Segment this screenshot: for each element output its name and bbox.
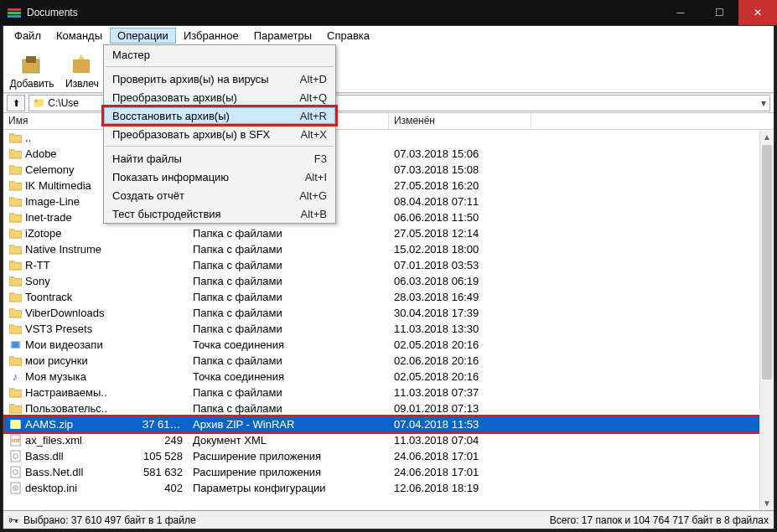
file-row[interactable]: Настраиваемы..Папка с файлами11.03.2018 …: [3, 385, 774, 400]
menu-item-label: Тест быстродействия: [112, 208, 301, 220]
col-modified[interactable]: Изменён: [389, 113, 531, 129]
file-row[interactable]: ToontrackПапка с файлами28.03.2018 16:49: [3, 289, 774, 305]
file-row[interactable]: iZotopeПапка с файлами27.05.2018 12:14: [3, 225, 774, 241]
file-type: Точка соединения: [188, 338, 389, 351]
file-row[interactable]: SonyПапка с файлами06.03.2018 06:19: [3, 273, 774, 289]
menu-item-label: Преобразовать архив(ы): [112, 91, 299, 104]
scroll-up-icon[interactable]: ▲: [760, 130, 774, 144]
file-row[interactable]: ViberDownloadsПапка с файлами30.04.2018 …: [3, 305, 774, 321]
file-name: IK Multimedia: [25, 179, 91, 192]
svg-rect-5: [73, 59, 90, 73]
status-left: Выбрано: 37 610 497 байт в 1 файле: [23, 514, 196, 526]
menu-избранное[interactable]: Избранное: [176, 28, 246, 44]
file-modified: 12.06.2018 18:19: [389, 482, 531, 494]
up-button[interactable]: ⬆: [7, 95, 25, 111]
file-row[interactable]: R-TTПапка с файлами07.01.2018 03:53: [3, 257, 774, 273]
file-row[interactable]: desktop.ini402Параметры конфигурации12.0…: [3, 480, 774, 496]
svg-rect-20: [10, 451, 19, 462]
file-type: Расширение приложения: [188, 450, 389, 462]
file-row[interactable]: ♪Моя музыкаТочка соединения02.05.2018 20…: [3, 369, 774, 385]
file-name: Inet-trade: [25, 211, 72, 224]
menu-item[interactable]: Преобразовать архив(ы) в SFXAlt+X: [104, 125, 335, 143]
toolbar-add-button[interactable]: Добавить: [7, 46, 57, 91]
file-name: Мои видеозапи: [25, 338, 103, 351]
menu-файл[interactable]: Файл: [7, 28, 49, 44]
menu-item[interactable]: Восстановить архив(ы)Alt+R: [104, 107, 335, 124]
menu-item-label: Восстановить архив(ы): [112, 110, 300, 122]
file-name: VST3 Presets: [25, 323, 92, 335]
menu-item-label: Проверить архив(ы) на вирусы: [112, 73, 300, 85]
menu-item[interactable]: Проверить архив(ы) на вирусыAlt+D: [104, 70, 335, 88]
file-row[interactable]: Native InstrumeПапка с файлами15.02.2018…: [3, 241, 774, 257]
folder-icon: [8, 179, 22, 193]
app-window: Documents ─ ☐ ✕ ФайлКомандыОперацииИзбра…: [0, 0, 777, 532]
close-button[interactable]: ✕: [738, 0, 777, 25]
scroll-thumb[interactable]: [762, 145, 772, 380]
music-icon: ♪: [8, 370, 22, 384]
file-modified: 27.05.2018 12:14: [389, 227, 531, 240]
file-modified: 15.02.2018 18:00: [389, 243, 531, 256]
menu-параметры[interactable]: Параметры: [246, 28, 319, 44]
file-name: Toontrack: [25, 291, 72, 303]
file-row[interactable]: Bass.dll105 528Расширение приложения24.0…: [3, 448, 774, 464]
menu-separator: [106, 66, 334, 67]
app-body: ФайлКомандыОперацииИзбранноеПараметрыСпр…: [3, 25, 774, 529]
ini-icon: [8, 482, 22, 495]
file-modified: 11.03.2018 07:37: [389, 386, 531, 399]
minimize-button[interactable]: ─: [661, 0, 700, 25]
file-name: мои рисунки: [25, 354, 88, 367]
file-row[interactable]: xmlax_files.xml249Документ XML11.03.2018…: [3, 432, 774, 448]
folder-icon: [8, 386, 22, 400]
file-modified: 09.01.2018 07:13: [389, 402, 531, 415]
file-row[interactable]: Мои видеозапиТочка соединения02.05.2018 …: [3, 337, 774, 353]
folder-icon: [8, 275, 22, 288]
menu-операции[interactable]: Операции: [110, 28, 176, 44]
vertical-scrollbar[interactable]: ▲ ▼: [759, 130, 774, 510]
file-name: Пользовательс..: [25, 402, 107, 415]
status-right: Всего: 17 папок и 104 764 717 байт в 8 ф…: [550, 514, 769, 526]
menu-item[interactable]: Показать информациюAlt+I: [104, 168, 335, 186]
file-modified: 11.03.2018 07:04: [389, 434, 531, 447]
file-row[interactable]: Пользовательс..Папка с файлами09.01.2018…: [3, 400, 774, 416]
file-row[interactable]: Bass.Net.dll581 632Расширение приложения…: [3, 464, 774, 480]
svg-rect-22: [10, 467, 19, 478]
maximize-button[interactable]: ☐: [700, 0, 738, 25]
menu-справка[interactable]: Справка: [319, 28, 377, 44]
file-row[interactable]: AAMS.zip37 610 497Архив ZIP - WinRAR07.0…: [3, 416, 774, 432]
file-type: Папка с файлами: [188, 243, 389, 256]
file-modified: 11.03.2018 13:30: [389, 323, 531, 335]
file-modified: 07.04.2018 11:53: [389, 418, 531, 431]
file-type: Папка с файлами: [188, 323, 389, 335]
toolbar-label: Добавить: [9, 78, 54, 90]
path-dropdown-icon[interactable]: ▾: [761, 97, 766, 109]
file-name: Celemony: [25, 163, 75, 176]
file-size: 249: [137, 434, 188, 447]
menu-item[interactable]: Найти файлыF3: [104, 149, 335, 168]
file-modified: 06.03.2018 06:19: [389, 275, 531, 287]
path-text: C:\Use: [48, 97, 79, 109]
menu-item-shortcut: Alt+B: [301, 208, 327, 220]
file-type: Папка с файлами: [188, 386, 389, 399]
folder-icon: [8, 132, 22, 145]
menu-item[interactable]: Тест быстродействияAlt+B: [104, 204, 335, 223]
toolbar-extract-button[interactable]: Извлеч: [57, 46, 107, 91]
menu-item[interactable]: Создать отчётAlt+G: [104, 186, 335, 204]
file-modified: 30.04.2018 17:39: [389, 307, 531, 319]
file-row[interactable]: VST3 PresetsПапка с файлами11.03.2018 13…: [3, 321, 774, 337]
status-bar: 🗝 Выбрано: 37 610 497 байт в 1 файле Все…: [3, 510, 774, 529]
svg-rect-14: [10, 341, 12, 348]
file-row[interactable]: мои рисункиПапка с файлами02.06.2018 20:…: [3, 353, 774, 369]
file-type: Папка с файлами: [188, 402, 389, 415]
menu-item-label: Найти файлы: [112, 152, 314, 165]
toolbar-label: Извлеч: [65, 78, 99, 90]
menu-item[interactable]: Мастер: [104, 45, 335, 64]
menu-команды[interactable]: Команды: [49, 28, 110, 44]
menu-item[interactable]: Преобразовать архив(ы)Alt+Q: [104, 88, 335, 106]
menu-item-label: Показать информацию: [112, 171, 305, 183]
folder-icon: [8, 259, 22, 272]
file-name: Bass.dll: [25, 450, 64, 462]
svg-rect-13: [10, 341, 19, 348]
svg-rect-15: [18, 341, 20, 348]
file-type: Документ XML: [188, 434, 389, 447]
scroll-down-icon[interactable]: ▼: [760, 496, 774, 510]
